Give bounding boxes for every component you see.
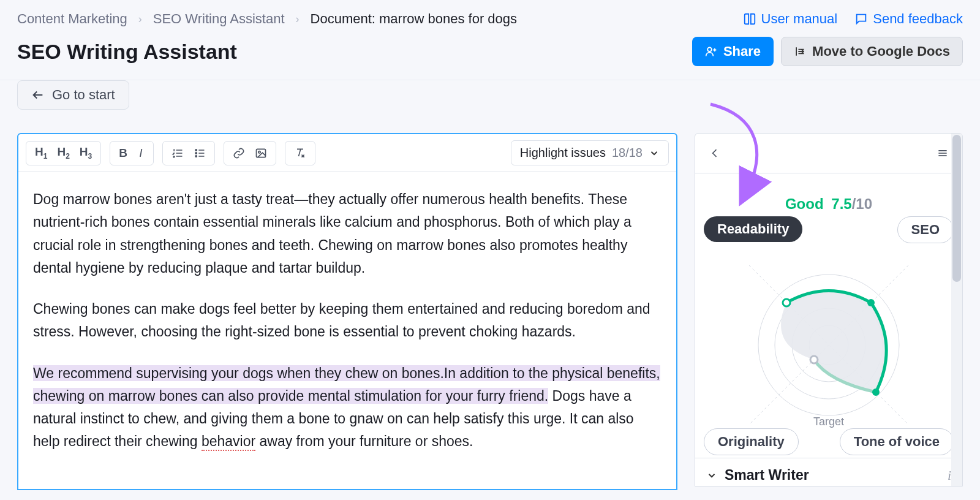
chevron-down-icon [649,148,660,159]
score-value: 7.5 [831,195,851,212]
share-button[interactable]: Share [692,37,774,66]
smart-writer-label: Smart Writer [725,467,809,483]
svg-point-12 [783,299,790,306]
editor-toolbar: H1 H2 H3 B I [18,134,676,172]
highlight-issues-label: Highlight issues [520,146,606,160]
share-label: Share [723,44,761,59]
go-to-start-button[interactable]: Go to start [17,80,129,110]
issues-current: 18 [612,146,625,159]
book-icon [743,12,756,26]
panel-back-button[interactable] [704,144,726,162]
smart-writer-section[interactable]: Smart Writer i [695,458,962,487]
svg-point-15 [810,356,818,363]
scrollbar-thumb[interactable] [952,135,961,282]
originality-pill[interactable]: Originality [704,428,799,455]
chevron-down-icon [706,470,717,481]
radar-svg [743,259,914,431]
italic-button[interactable]: I [132,144,149,162]
arrow-left-icon [31,88,45,102]
paragraph: We recommend supervising your dogs when … [33,362,662,453]
paragraph: Dog marrow bones aren't just a tasty tre… [33,188,662,279]
link-button[interactable] [228,144,250,162]
unordered-list-button[interactable] [189,144,211,162]
chevron-right-icon: › [138,13,142,26]
svg-point-0 [707,47,712,51]
breadcrumb-root[interactable]: Content Marketing [17,11,127,27]
user-manual-link[interactable]: User manual [743,11,838,27]
scrollbar-track[interactable] [951,134,962,486]
chat-icon [854,12,868,26]
image-button[interactable] [250,144,272,162]
issues-total: 18 [629,146,643,159]
radar-chart: Readability SEO Originality Tone of voic… [695,213,962,458]
page-title: SEO Writing Assistant [17,40,237,64]
person-plus-icon [705,45,717,58]
tone-of-voice-pill[interactable]: Tone of voice [840,428,954,455]
heading1-button[interactable]: H1 [30,144,52,162]
spellcheck-underline[interactable]: behavior [202,433,255,449]
move-to-docs-label: Move to Google Docs [812,44,950,59]
paragraph: Chewing bones can make dogs feel better … [33,298,662,344]
move-to-docs-button[interactable]: Move to Google Docs [781,37,963,66]
seo-pill[interactable]: SEO [897,216,954,243]
quality-panel: Good 7.5/10 Readability SEO Originality … [695,133,963,487]
score-max: /10 [852,195,872,212]
ordered-list-button[interactable] [167,144,189,162]
target-label: Target [813,415,844,428]
breadcrumb-current: Document: marrow bones for dogs [311,11,518,27]
svg-point-13 [867,299,875,306]
heading3-button[interactable]: H3 [75,144,97,162]
readability-pill[interactable]: Readability [704,216,802,242]
send-feedback-label: Send feedback [873,11,963,27]
export-icon [794,45,806,58]
editor: H1 H2 H3 B I [17,133,677,490]
svg-point-14 [872,388,880,396]
go-to-start-label: Go to start [52,87,115,103]
panel-menu-button[interactable] [932,144,954,162]
overall-score: Good 7.5/10 [695,195,962,213]
svg-point-1 [195,149,197,150]
svg-point-3 [195,155,197,156]
svg-rect-4 [257,149,266,157]
svg-point-2 [195,152,197,153]
document-body[interactable]: Dog marrow bones aren't just a tasty tre… [18,172,676,489]
text-run: away from your furniture or shoes. [255,433,473,449]
chevron-right-icon: › [296,13,300,26]
bold-button[interactable]: B [114,144,132,162]
score-label: Good [785,195,824,212]
highlight-issues-dropdown[interactable]: Highlight issues 18/18 [511,140,669,165]
user-manual-label: User manual [761,11,838,27]
svg-point-5 [258,151,260,153]
heading2-button[interactable]: H2 [52,144,74,162]
breadcrumb-tool[interactable]: SEO Writing Assistant [153,11,285,27]
clear-formatting-button[interactable] [289,144,311,162]
send-feedback-link[interactable]: Send feedback [854,11,963,27]
